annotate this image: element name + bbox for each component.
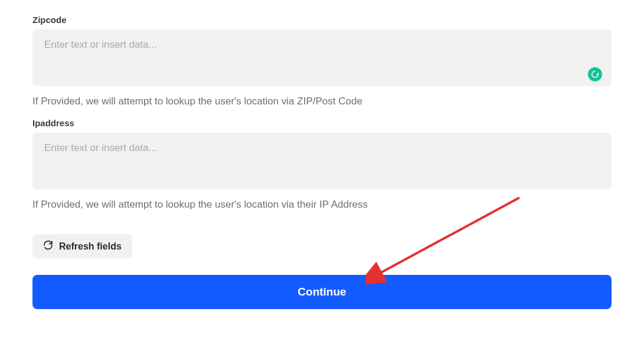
zipcode-help-text: If Provided, we will attempt to lookup t… bbox=[32, 96, 612, 107]
ipaddress-label: Ipaddress bbox=[32, 118, 612, 128]
ipaddress-help-text: If Provided, we will attempt to lookup t… bbox=[32, 199, 612, 211]
refresh-icon bbox=[43, 240, 53, 252]
continue-button[interactable]: Continue bbox=[32, 275, 612, 309]
zipcode-field-group: Zipcode If Provided, we will attempt to … bbox=[32, 15, 612, 107]
grammarly-icon[interactable] bbox=[588, 67, 602, 81]
zipcode-input[interactable] bbox=[32, 29, 612, 86]
refresh-fields-button[interactable]: Refresh fields bbox=[32, 234, 132, 258]
refresh-button-label: Refresh fields bbox=[59, 241, 122, 252]
ipaddress-input[interactable] bbox=[32, 133, 612, 189]
ipaddress-input-wrapper bbox=[32, 133, 612, 192]
zipcode-input-wrapper bbox=[32, 29, 612, 88]
zipcode-label: Zipcode bbox=[32, 15, 612, 25]
continue-button-label: Continue bbox=[298, 286, 346, 298]
ipaddress-field-group: Ipaddress If Provided, we will attempt t… bbox=[32, 118, 612, 211]
